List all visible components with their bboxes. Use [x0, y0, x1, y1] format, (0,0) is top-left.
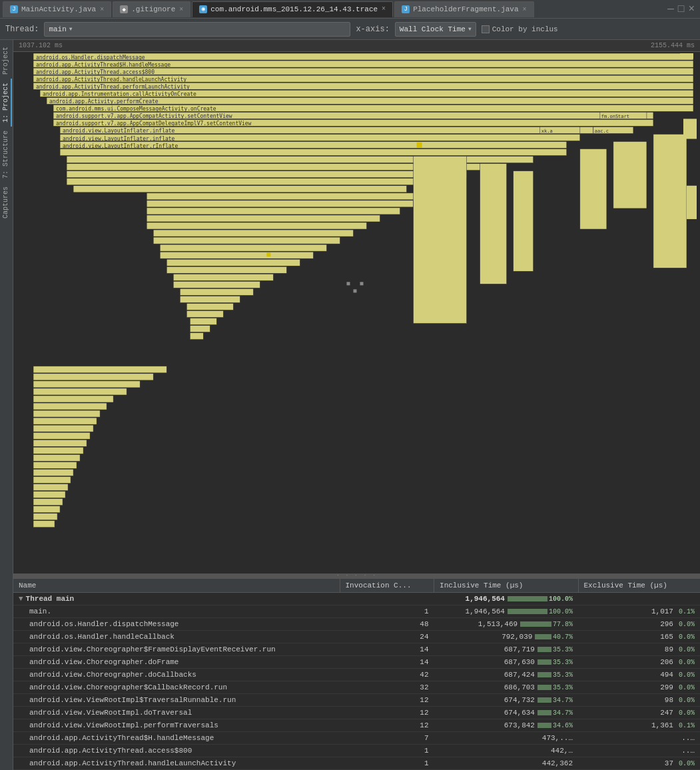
tab-trace[interactable]: ◉ com.android.mms_2015.12.26_14.43.trace… — [192, 1, 393, 17]
ruler-right-value: 2155.444 ms — [651, 42, 695, 49]
svg-rect-87 — [33, 521, 55, 528]
tree-arrow[interactable]: ▼ — [19, 595, 23, 603]
svg-text:aac.c: aac.c — [595, 128, 609, 134]
thread-dropdown-arrow: ▼ — [69, 26, 73, 32]
table-cell-name: android.app.ActivityThread.handleLaunchA… — [13, 757, 340, 770]
close-icon-trace[interactable]: × — [382, 5, 386, 13]
svg-text:android.app.ActivityThread.per: android.app.ActivityThread.performLaunch… — [36, 84, 190, 90]
table-cell-name: android.view.ViewRootImpl$TraversalRunna… — [13, 694, 340, 707]
minimize-icon[interactable]: — — [667, 3, 674, 15]
svg-rect-45 — [153, 230, 353, 236]
table-row[interactable]: main.11,946,564100.0%1,017 0.1% — [13, 605, 700, 618]
tab-main-activity[interactable]: J MainActivity.java × — [3, 1, 111, 17]
thread-dropdown[interactable]: main ▼ — [44, 22, 350, 37]
close-icon-placeholder[interactable]: × — [523, 6, 527, 13]
table-area[interactable]: Name Invocation C... Inclusive Time (µs)… — [13, 577, 700, 770]
xaxis-dropdown[interactable]: Wall Clock Time ▼ — [395, 22, 476, 37]
content-area: 1037.102 ms 2155.444 ms android.os.Handl… — [13, 40, 700, 770]
table-row[interactable]: android.view.Choreographer$FrameDisplayE… — [13, 643, 700, 656]
svg-rect-67 — [33, 374, 153, 380]
sidebar-item-project[interactable]: Project — [1, 43, 12, 79]
close-icon-git[interactable]: × — [179, 6, 183, 13]
col-incl[interactable]: Inclusive Time (µs) — [434, 579, 578, 593]
table-cell-incl: 674,73234.7% — [434, 694, 578, 707]
col-invoc[interactable]: Invocation C... — [340, 579, 434, 593]
table-row[interactable]: android.view.Choreographer.doFrame14687,… — [13, 656, 700, 669]
table-cell-invoc: 24 — [340, 631, 434, 643]
tab-placeholder[interactable]: J PlaceholderFragment.java × — [394, 1, 533, 17]
table-row[interactable]: android.view.ViewRootImpl.performTravers… — [13, 719, 700, 732]
svg-rect-81 — [33, 476, 71, 483]
color-checkbox[interactable] — [482, 25, 490, 33]
pct-text: 34.7% — [553, 697, 573, 704]
table-cell-invoc: 42 — [340, 669, 434, 681]
table-cell-name: android.view.Choreographer.doCallbacks — [13, 669, 340, 681]
pct-bar — [537, 659, 551, 665]
table-cell-incl: 473,..… — [434, 732, 578, 745]
svg-rect-58 — [190, 326, 210, 332]
table-row[interactable]: android.view.ViewRootImpl.doTraversal126… — [13, 707, 700, 719]
svg-rect-59 — [190, 333, 203, 340]
svg-text:android.support.v7.app.AppComp: android.support.v7.app.AppCompatActivity… — [56, 113, 232, 119]
svg-rect-89 — [266, 252, 270, 256]
svg-text:android.view.LayoutInflater.rI: android.view.LayoutInflater.rInflate — [63, 143, 178, 149]
svg-rect-38 — [73, 186, 406, 192]
table-row[interactable]: android.os.Handler.dispatchMessage481,51… — [13, 618, 700, 631]
table-row[interactable]: android.app.ActivityThread$H.handleMessa… — [13, 732, 700, 745]
window-controls: — □ × — [663, 3, 700, 15]
table-row[interactable]: android.os.Handler.handleCallback24792,0… — [13, 631, 700, 643]
svg-rect-68 — [33, 381, 140, 388]
svg-text:android.os.Handler.dispatchMes: android.os.Handler.dispatchMessage — [36, 55, 145, 61]
method-name: Thread main — [26, 595, 75, 603]
table-cell-name: ▼ Thread main — [13, 593, 340, 605]
table-cell-invoc — [340, 593, 434, 605]
svg-rect-54 — [180, 296, 240, 302]
excl-pct-text: 0.0% — [675, 671, 695, 679]
table-cell-excl: 296 0.0% — [578, 618, 700, 631]
table-cell-invoc: 12 — [340, 694, 434, 707]
table-cell-excl: 494 0.0% — [578, 669, 700, 681]
table-cell-excl: 98 0.0% — [578, 694, 700, 707]
table-row[interactable]: android.app.ActivityThread.access$800144… — [13, 745, 700, 757]
table-cell-invoc: 1 — [340, 745, 434, 757]
table-row[interactable]: android.app.ActivityThread.handleLaunchA… — [13, 757, 700, 770]
svg-text:xk.a: xk.a — [541, 128, 553, 134]
svg-rect-49 — [167, 259, 300, 266]
color-checkbox-area: Color by inclus — [482, 25, 558, 33]
pct-text: 35.3% — [553, 684, 573, 691]
pct-bar — [508, 609, 547, 614]
method-name: android.view.Choreographer.doCallbacks — [29, 671, 196, 679]
table-cell-excl: 89 0.0% — [578, 643, 700, 656]
table-cell-invoc: 12 — [340, 707, 434, 719]
excl-pct-text: 0.0% — [675, 633, 695, 641]
git-icon: ◆ — [120, 5, 128, 13]
close-icon[interactable]: × — [100, 6, 104, 13]
excl-pct-text: 0.1% — [675, 722, 695, 729]
svg-rect-36 — [67, 171, 467, 178]
sidebar-item-structure[interactable]: 7: Structure — [1, 127, 12, 183]
table-row[interactable]: ▼ Thread main1,946,564100.0% — [13, 593, 700, 605]
table-cell-excl: 206 0.0% — [578, 656, 700, 669]
left-sidebar: Project 1: Project 7: Structure Captures — [0, 40, 13, 770]
table-cell-incl: 687,63035.3% — [434, 656, 578, 669]
restore-icon[interactable]: □ — [678, 3, 685, 15]
table-row[interactable]: android.view.ViewRootImpl$TraversalRunna… — [13, 694, 700, 707]
svg-rect-76 — [33, 440, 87, 446]
col-excl[interactable]: Exclusive Time (µs) — [578, 579, 700, 593]
pct-text: 35.3% — [553, 646, 573, 653]
table-row[interactable]: android.view.Choreographer$CallbackRecor… — [13, 681, 700, 694]
sidebar-item-1project[interactable]: 1: Project — [1, 79, 12, 127]
sidebar-item-captures[interactable]: Captures — [1, 183, 12, 222]
pct-text: 40.7% — [553, 633, 573, 641]
svg-rect-78 — [33, 454, 80, 461]
col-name[interactable]: Name — [13, 579, 340, 593]
svg-rect-82 — [33, 484, 68, 490]
excl-pct-text: 0.0% — [675, 760, 695, 767]
timeline-ruler: 1037.102 ms 2155.444 ms — [13, 40, 700, 52]
flame-chart[interactable]: android.os.Handler.dispatchMessage andro… — [13, 52, 700, 574]
close-window-icon[interactable]: × — [688, 3, 695, 15]
table-cell-excl: ..… — [578, 732, 700, 745]
tab-gitignore[interactable]: ◆ .gitignore × — [113, 1, 190, 17]
table-cell-name: android.os.Handler.handleCallback — [13, 631, 340, 643]
table-row[interactable]: android.view.Choreographer.doCallbacks42… — [13, 669, 700, 681]
